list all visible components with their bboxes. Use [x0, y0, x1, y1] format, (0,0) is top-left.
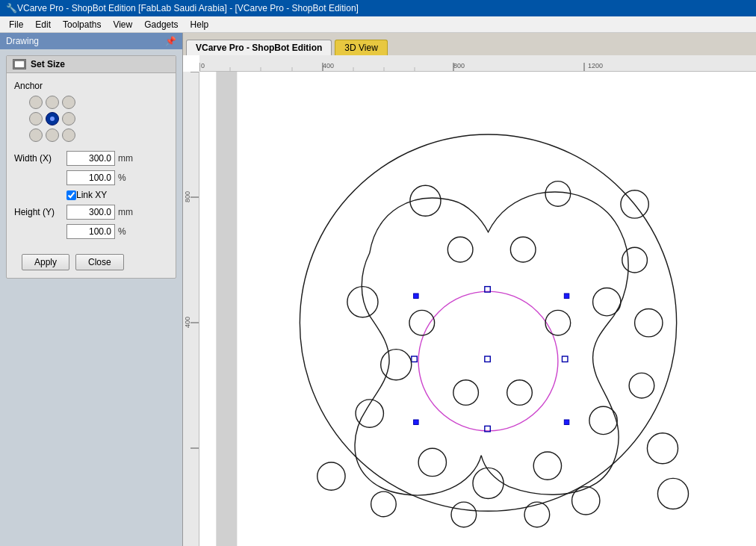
menu-gadgets[interactable]: Gadgets — [138, 18, 184, 31]
set-size-section: Set Size Anchor — [6, 55, 176, 279]
anchor-middle-right[interactable] — [62, 112, 75, 125]
height-row: Height (Y) mm — [14, 205, 168, 220]
ruler-top-ticks — [199, 55, 756, 72]
button-row: Apply Close — [22, 254, 168, 270]
tab-3d-view[interactable]: 3D View — [335, 40, 387, 55]
svg-rect-0 — [14, 61, 25, 68]
tab-bar: VCarve Pro - ShopBot Edition 3D View — [183, 33, 756, 55]
anchor-section: Anchor — [14, 81, 168, 143]
anchor-bottom-right[interactable] — [62, 128, 75, 142]
set-size-title: Set Size — [31, 59, 65, 69]
menu-help[interactable]: Help — [185, 18, 215, 31]
panel-title: Drawing — [6, 36, 39, 46]
set-size-header: Set Size — [7, 56, 176, 73]
link-xy-checkbox[interactable] — [66, 190, 76, 200]
apply-button[interactable]: Apply — [22, 254, 69, 270]
menu-toolpaths[interactable]: Toolpaths — [57, 18, 107, 31]
handle-corner-tr — [564, 294, 569, 299]
anchor-bottom-left[interactable] — [29, 128, 43, 142]
menu-view[interactable]: View — [107, 18, 138, 31]
canvas-content[interactable] — [199, 72, 756, 546]
height-input[interactable] — [66, 205, 115, 220]
height-label: Height (Y) — [14, 207, 66, 217]
width-percent-input[interactable] — [66, 170, 115, 185]
canvas-area[interactable]: 0 400 800 1200 — [183, 55, 756, 546]
menu-file[interactable]: File — [3, 18, 29, 31]
ruler-left-ticks — [183, 72, 199, 546]
height-percent-input[interactable] — [66, 224, 115, 239]
height-unit: mm — [118, 207, 133, 217]
left-margin — [216, 72, 237, 546]
ruler-left: 800 400 — [183, 72, 199, 546]
right-panel: VCarve Pro - ShopBot Edition 3D View 0 4… — [183, 33, 756, 546]
width-percent-row: % — [14, 170, 168, 185]
anchor-grid — [29, 96, 168, 143]
anchor-middle-left[interactable] — [29, 112, 43, 125]
width-unit: mm — [118, 153, 133, 164]
anchor-top-right[interactable] — [62, 96, 75, 109]
left-panel: Drawing 📌 Set Size Anchor — [0, 33, 183, 546]
tab-drawing[interactable]: VCarve Pro - ShopBot Edition — [186, 40, 332, 55]
width-percent-unit: % — [118, 173, 126, 183]
anchor-label: Anchor — [14, 81, 168, 91]
menu-bar: File Edit Toolpaths View Gadgets Help — [0, 16, 756, 33]
handle-corner-br — [564, 420, 569, 425]
close-button[interactable]: Close — [75, 254, 124, 270]
set-size-icon — [13, 59, 26, 69]
form-content: Anchor Width (X — [7, 73, 176, 278]
drawing-svg[interactable] — [199, 72, 756, 546]
anchor-top-left[interactable] — [29, 96, 43, 109]
canvas-background — [216, 72, 739, 546]
link-xy-row: Link XY — [66, 190, 168, 200]
anchor-bottom-center[interactable] — [46, 128, 59, 142]
link-xy-label[interactable]: Link XY — [76, 190, 107, 200]
panel-pin-icon[interactable]: 📌 — [165, 36, 176, 46]
title-bar: 🔧 VCarve Pro - ShopBot Edition [FabLab S… — [0, 0, 756, 16]
ruler-top: 0 400 800 1200 — [199, 55, 756, 72]
width-input[interactable] — [66, 151, 115, 166]
height-percent-row: % — [14, 224, 168, 239]
anchor-top-center[interactable] — [46, 96, 59, 109]
app-icon: 🔧 — [6, 3, 17, 13]
width-row: Width (X) mm — [14, 151, 168, 166]
main-layout: Drawing 📌 Set Size Anchor — [0, 33, 756, 546]
menu-edit[interactable]: Edit — [29, 18, 57, 31]
panel-header: Drawing 📌 — [0, 33, 182, 49]
handle-corner-tl — [414, 294, 419, 299]
handle-corner-bl — [414, 420, 419, 425]
ruler-mark-left-400: 400 — [184, 317, 191, 328]
height-percent-unit: % — [118, 226, 126, 237]
width-label: Width (X) — [14, 153, 66, 164]
ruler-mark-left-800: 800 — [184, 191, 191, 202]
anchor-center[interactable] — [46, 112, 59, 125]
title-text: VCarve Pro - ShopBot Edition [FabLab Sau… — [17, 3, 359, 13]
